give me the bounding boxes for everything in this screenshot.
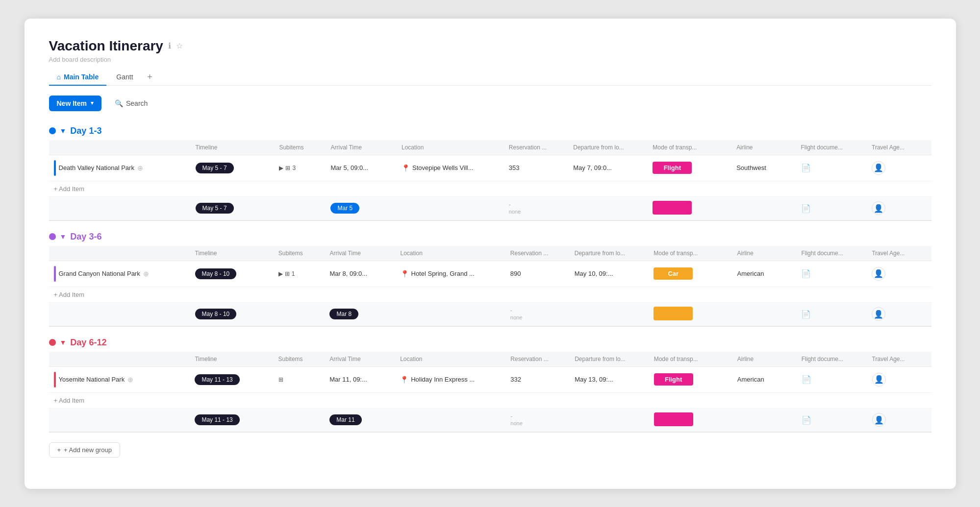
summary2-mode <box>649 302 732 326</box>
departure3-text: May 13, 09:... <box>575 376 613 383</box>
item3-mode: Flight <box>649 366 732 392</box>
col3-reservation-header: Reservation ... <box>505 352 570 367</box>
group-day3-title[interactable]: Day 6-12 <box>70 338 106 348</box>
col-departure-header: Departure from lo... <box>568 140 648 155</box>
tab-add-button[interactable]: + <box>143 70 157 84</box>
summary2-doc-icon: 📄 <box>801 310 811 318</box>
location-text: Stovepipe Wells Vill... <box>412 164 474 171</box>
group-day2-dot <box>49 233 56 240</box>
info-icon[interactable]: ℹ <box>168 41 171 50</box>
title-row: Vacation Itinerary ℹ ☆ <box>49 38 931 54</box>
summary3-timeline-badge: May 11 - 13 <box>195 414 239 425</box>
group-day1-table: Timeline Subitems Arrival Time Location … <box>49 140 931 221</box>
summary3-timeline: May 11 - 13 <box>190 408 273 432</box>
airline3-text: American <box>737 376 764 383</box>
table-row[interactable]: Yosemite National Park ⊕ May 11 - 13 ⊞ <box>49 366 931 392</box>
mode3-badge: Flight <box>654 373 693 386</box>
group-day2-title[interactable]: Day 3-6 <box>70 232 101 242</box>
star-icon[interactable]: ☆ <box>176 41 183 50</box>
group-day2-header: ▼ Day 3-6 <box>49 231 931 243</box>
item-airline: Southwest <box>731 155 796 181</box>
avatar2-icon[interactable]: 👤 <box>872 267 885 281</box>
avatar-icon[interactable]: 👤 <box>872 161 885 175</box>
summary3-travel-age: 👤 <box>867 408 931 432</box>
search-box[interactable]: 🔍 Search <box>107 96 155 111</box>
reservation-value: 353 <box>509 164 520 171</box>
table-row[interactable]: Grand Canyon National Park ⊕ May 8 - 10 … <box>49 261 931 287</box>
col2-mode-header: Mode of transp... <box>649 246 732 261</box>
item3-timeline: May 11 - 13 <box>190 366 273 392</box>
group-day1-title[interactable]: Day 1-3 <box>70 126 101 136</box>
summary2-arrival: Mar 8 <box>325 302 395 326</box>
add-item-icon[interactable]: ⊕ <box>137 164 143 172</box>
subitems3-icon: ⊞ <box>278 376 283 383</box>
tab-gantt-label: Gantt <box>116 73 133 81</box>
add-item2-row[interactable]: + Add Item <box>49 287 931 302</box>
item2-subitems: ▶ ⊞ 1 <box>274 261 325 287</box>
tab-main-table[interactable]: ⌂ Main Table <box>49 69 107 86</box>
expand2-icon[interactable]: ▶ <box>278 270 283 277</box>
group-day2-toggle[interactable]: ▼ <box>60 233 67 241</box>
group-day1-toggle[interactable]: ▼ <box>60 127 67 135</box>
item-color-bar <box>54 160 56 176</box>
col2-location-header: Location <box>396 246 505 261</box>
subitems2-icon: ⊞ <box>285 270 290 277</box>
col3-departure-header: Departure from lo... <box>570 352 649 367</box>
summary-airline <box>731 196 796 220</box>
summary3-mode <box>649 408 732 432</box>
tab-gantt[interactable]: Gantt <box>108 69 141 86</box>
group-day3-toggle[interactable]: ▼ <box>60 338 67 346</box>
item3-name-cell: Yosemite National Park ⊕ <box>49 366 190 392</box>
summary2-travel-age: 👤 <box>867 302 931 326</box>
col2-arrival-header: Arrival Time <box>325 246 395 261</box>
summary-arrival: Mar 5 <box>326 196 397 220</box>
subitems-count: 3 <box>292 165 296 171</box>
item-mode: Flight <box>648 155 731 181</box>
add-item3-icon[interactable]: ⊕ <box>127 376 133 384</box>
item-flight-doc: 📄 <box>796 155 867 181</box>
mode2-badge: Car <box>653 267 693 280</box>
summary-timeline: May 5 - 7 <box>191 196 275 220</box>
add-item3-row[interactable]: + Add Item <box>49 392 931 408</box>
group-day1-header-row: Timeline Subitems Arrival Time Location … <box>49 140 931 155</box>
item2-reservation: 890 <box>505 261 570 287</box>
summary-avatar-icon: 👤 <box>872 201 885 215</box>
add-item2-icon[interactable]: ⊕ <box>143 270 149 278</box>
add-item-label[interactable]: + Add Item <box>49 181 931 196</box>
doc3-icon[interactable]: 📄 <box>802 375 811 384</box>
doc-icon[interactable]: 📄 <box>801 164 811 172</box>
col2-subitems-header: Subitems <box>274 246 325 261</box>
summary3-empty <box>49 408 190 432</box>
col2-travel-age-header: Travel Age... <box>867 246 931 261</box>
item3-flight-doc: 📄 <box>797 366 867 392</box>
item2-name: Grand Canyon National Park <box>59 270 140 277</box>
table-row[interactable]: Death Valley National Park ⊕ May 5 - 7 ▶… <box>49 155 931 181</box>
summary2-arrival-badge: Mar 8 <box>329 309 358 319</box>
chevron-down-icon: ▾ <box>91 100 94 106</box>
expand-icon[interactable]: ▶ <box>279 165 283 171</box>
col3-flight-doc-header: Flight docume... <box>797 352 867 367</box>
doc2-icon[interactable]: 📄 <box>801 269 811 278</box>
summary-subitems <box>274 196 326 220</box>
group-day3-header-row: Timeline Subitems Arrival Time Location … <box>49 352 931 367</box>
summary-arrival-badge: Mar 5 <box>330 203 359 214</box>
arrival2-time-text: Mar 8, 09:0... <box>329 270 367 277</box>
add-item2-label[interactable]: + Add Item <box>49 287 931 302</box>
new-item-button[interactable]: New Item ▾ <box>49 96 101 111</box>
add-item3-label[interactable]: + Add Item <box>49 392 931 408</box>
group-day3-dot <box>49 339 56 346</box>
item-reservation: 353 <box>504 155 568 181</box>
summary3-subitems <box>274 408 325 432</box>
add-item-row[interactable]: + Add Item <box>49 181 931 196</box>
summary2-airline <box>732 302 797 326</box>
col-name-header <box>49 140 191 155</box>
new-item-label: New Item <box>57 99 87 107</box>
timeline3-badge: May 11 - 13 <box>195 374 239 385</box>
avatar3-icon[interactable]: 👤 <box>872 373 886 386</box>
add-group-button[interactable]: + + Add new group <box>49 442 121 458</box>
summary2-empty <box>49 302 190 326</box>
item3-location: 📍 Holiday Inn Express ... <box>395 366 505 392</box>
summary2-departure <box>570 302 649 326</box>
board-description[interactable]: Add board description <box>49 56 931 63</box>
col-subitems-header: Subitems <box>274 140 326 155</box>
